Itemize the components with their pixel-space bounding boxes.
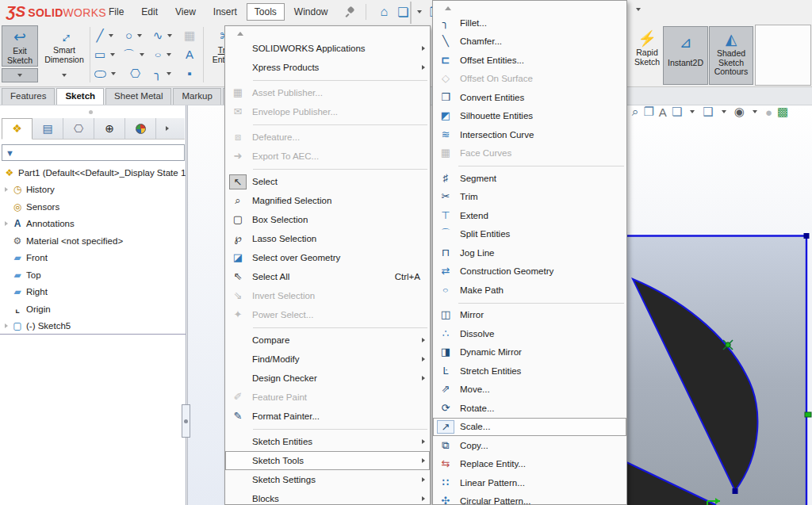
tree-root-part1[interactable]: ❖ Part1 (Default<<Default>_Display State… [0, 164, 186, 182]
menubar-item-view[interactable]: View [167, 3, 204, 21]
toolbar-overflow-caret-icon[interactable] [636, 8, 641, 11]
slot-caret-icon[interactable] [111, 72, 116, 75]
menu-item-jog-line[interactable]: ⊓Jog Line [433, 243, 626, 262]
menu-item-mirror[interactable]: ◫Mirror [433, 306, 626, 325]
menu-item-dissolve[interactable]: ∴Dissolve [433, 324, 626, 343]
menu-scroll-up[interactable] [225, 28, 430, 39]
rectangle-caret-icon[interactable] [110, 53, 115, 56]
tree-item-sensors[interactable]: ◎ Sensors [0, 198, 186, 216]
smart-dimension-button[interactable]: ↔ Smart Dimension [40, 25, 89, 67]
menu-item-construction-geometry[interactable]: ⇄Construction Geometry [433, 262, 626, 281]
submenu-scroll-up[interactable] [433, 2, 626, 13]
menu-item-dynamic-mirror[interactable]: ◨Dynamic Mirror [433, 343, 626, 362]
menu-item-select-over-geometry[interactable]: ◪Select over Geometry [225, 248, 430, 267]
menu-item-lasso-selection[interactable]: ℘Lasso Selection [225, 229, 430, 248]
menu-item-offset-entities[interactable]: ⊏Offset Entities... [433, 51, 626, 70]
menu-item-trim[interactable]: ✂Trim [433, 188, 626, 207]
menu-item-circular-pattern[interactable]: ✣Circular Pattern... [433, 492, 626, 505]
tab-sketch[interactable]: Sketch [56, 88, 104, 105]
tab-features[interactable]: Features [2, 88, 55, 105]
arc-caret-icon[interactable] [140, 53, 144, 56]
menu-item-select-all[interactable]: ⇖Select AllCtrl+A [225, 267, 430, 286]
panel-tab-overflow[interactable] [156, 118, 178, 140]
menu-item-format-painter[interactable]: ✎Format Painter... [225, 407, 430, 426]
menu-item-move[interactable]: ⇗Move... [433, 381, 626, 400]
menu-item-fillet[interactable]: ╮Fillet... [433, 13, 626, 33]
circle-caret-icon[interactable] [137, 34, 142, 37]
tree-item-origin[interactable]: ⌞ Origin [0, 300, 186, 318]
menu-item-sketch-settings[interactable]: Sketch Settings [225, 470, 430, 489]
menu-item-scale[interactable]: ↗Scale... [433, 418, 626, 437]
expand-arrow-icon[interactable] [5, 187, 8, 192]
tree-item-front-plane[interactable]: ▰ Front [0, 250, 186, 267]
ellipse-caret-icon[interactable] [167, 53, 171, 56]
pin-menubar-icon[interactable] [345, 6, 356, 17]
tab-display-manager[interactable] [125, 118, 156, 140]
menu-item-chamfer[interactable]: ╲Chamfer... [433, 33, 626, 52]
annotation-views-icon[interactable]: A [659, 105, 667, 119]
exit-sketch-flyout[interactable] [2, 68, 38, 82]
point-tool-button[interactable]: ▪ [178, 64, 201, 83]
menu-item-select[interactable]: ↖Select [225, 172, 430, 191]
expand-arrow-icon[interactable] [5, 323, 8, 328]
splitter-handle[interactable] [182, 404, 190, 438]
menu-item-copy[interactable]: ⧉Copy... [433, 436, 626, 455]
hide-show-items-icon[interactable]: ◉ [734, 105, 745, 119]
menu-item-intersection-curve[interactable]: ≋Intersection Curve [433, 125, 626, 144]
tree-item-material[interactable]: ⚙ Material <not specified> [0, 232, 186, 250]
tab-sheet-metal[interactable]: Sheet Metal [105, 88, 171, 105]
expand-arrow-icon[interactable] [5, 221, 8, 226]
fillet-tool-button[interactable]: ╮ [150, 64, 178, 83]
menubar-item-window[interactable]: Window [286, 3, 336, 21]
tab-dimxpert-manager[interactable]: ⊕ [94, 118, 125, 140]
menubar-item-tools[interactable]: Tools [247, 3, 285, 21]
exit-sketch-button[interactable]: ↩ Exit Sketch [2, 25, 38, 67]
line-tool-button[interactable]: ╱ [92, 26, 121, 45]
zoom-to-area-icon[interactable]: ❐ [643, 105, 653, 119]
menu-item-blocks[interactable]: Blocks [225, 489, 430, 505]
slot-tool-button[interactable] [92, 64, 121, 83]
spline-caret-icon[interactable] [167, 34, 172, 37]
menubar-item-file[interactable]: File [101, 3, 132, 21]
menu-item-rotate[interactable]: ⟳Rotate... [433, 399, 626, 418]
menu-item-find-modify[interactable]: Find/Modify [225, 350, 430, 369]
fillet-caret-icon[interactable] [167, 72, 171, 75]
rectangle-tool-button[interactable]: ▭ [92, 45, 121, 64]
ellipse-tool-button[interactable]: ○ [150, 45, 178, 64]
menu-item-split-entities[interactable]: ⌒Split Entities [433, 225, 626, 244]
apply-scene-icon[interactable]: ▩ [777, 105, 788, 119]
section-view-icon[interactable]: ❏ [672, 105, 682, 119]
zoom-to-fit-icon[interactable]: ⌕ [632, 105, 638, 119]
tab-property-manager[interactable]: ▤ [33, 118, 63, 140]
tab-configuration-manager[interactable]: ⎔ [63, 118, 94, 140]
menu-item-design-checker[interactable]: Design Checker [225, 369, 430, 388]
shaded-sketch-contours-button[interactable]: ◭ Shaded Sketch Contours [709, 26, 753, 85]
circle-tool-button[interactable]: ○ [121, 26, 150, 45]
new-document-icon[interactable]: ❏ [397, 5, 408, 20]
panel-splitter[interactable] [187, 105, 224, 505]
line-caret-icon[interactable] [109, 34, 113, 37]
view-orientation-caret-icon[interactable] [722, 110, 726, 113]
tree-item-sketch5[interactable]: ▢ (-) Sketch5 [0, 318, 186, 335]
vertex-point[interactable] [733, 488, 738, 494]
menu-item-sketch-entities[interactable]: Sketch Entities [225, 432, 430, 451]
arc-tool-button[interactable]: ⌒ [121, 45, 150, 64]
new-document-caret-icon[interactable] [417, 10, 422, 13]
smart-dimension-flyout[interactable] [40, 68, 89, 82]
tree-filter-input[interactable]: ▼ [2, 144, 185, 161]
tree-item-annotations[interactable]: A Annotations [0, 216, 186, 233]
menu-item-replace-entity[interactable]: ⇆Replace Entity... [433, 455, 626, 474]
graphics-viewport[interactable] [627, 105, 812, 505]
menu-item-sketch-tools[interactable]: Sketch Tools [225, 451, 430, 470]
menu-item-solidworks-applications[interactable]: SOLIDWORKS Applications [225, 39, 430, 58]
tab-markup[interactable]: Markup [173, 88, 220, 105]
tree-item-history[interactable]: ◷ History [0, 182, 186, 199]
menu-item-compare[interactable]: Compare [225, 331, 430, 350]
menu-item-make-path[interactable]: ○Make Path [433, 281, 626, 300]
panel-handle-dot[interactable] [89, 110, 93, 114]
home-icon[interactable]: ⌂ [381, 5, 389, 19]
hide-show-items-caret-icon[interactable] [753, 110, 757, 113]
menu-item-convert-entities[interactable]: ❒Convert Entities [433, 88, 626, 107]
menu-item-silhouette-entities[interactable]: ◩Silhouette Entities [433, 107, 626, 126]
view-orientation-icon[interactable]: ❑ [703, 105, 713, 119]
